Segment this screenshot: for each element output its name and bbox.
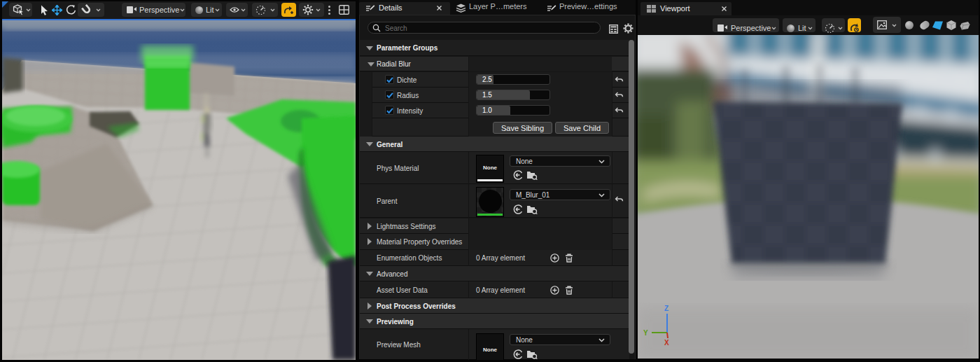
svg-text:Z: Z [664,305,668,312]
svg-text:X: X [664,339,669,347]
svg-text:Y: Y [643,329,648,337]
